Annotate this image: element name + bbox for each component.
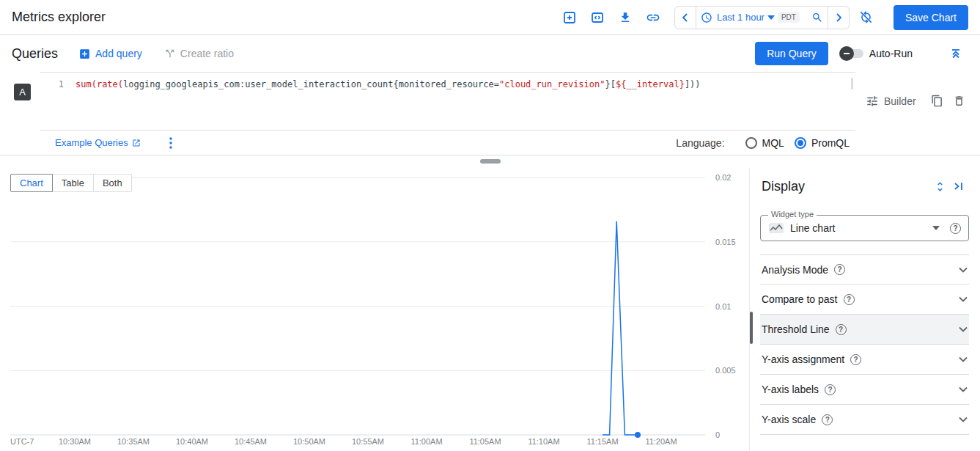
create-ratio-icon [164,48,176,59]
time-forward-button[interactable] [828,7,849,29]
help-icon[interactable] [850,354,861,365]
add-query-button[interactable]: Add query [78,48,142,60]
widget-type-select[interactable]: Widget type Line chart [760,215,969,241]
widget-type-help-icon[interactable] [950,223,961,234]
radio-mql[interactable]: MQL [745,137,784,149]
help-icon[interactable] [844,294,855,305]
scrollbar-thumb[interactable] [750,312,753,344]
builder-label: Builder [884,95,916,107]
line-number: 1 [51,79,64,130]
line-chart[interactable]: 00.0050.010.0150.02UTC-710:30AM10:35AM10… [0,168,743,451]
expand-all-button[interactable] [930,177,949,196]
time-range-dropdown[interactable]: Last 1 hour PDT [696,7,807,29]
collapse-queries-button[interactable] [945,43,967,65]
add-query-label: Add query [95,48,142,59]
radio-promql-icon [795,137,806,149]
series-line [603,221,638,435]
builder-button[interactable]: Builder [866,95,916,108]
chevron-down-icon [959,267,968,273]
x-tick-label: 10:40AM [176,437,208,446]
auto-run-label: Auto-Run [869,48,913,59]
copy-icon [931,95,943,107]
section-threshold-line[interactable]: Threshold Line [760,315,969,345]
toggle-knob [839,46,854,61]
view-tabs: Chart Table Both [10,174,132,192]
unfold-more-icon [934,180,946,193]
embed-chart-button[interactable] [586,7,608,29]
run-query-button[interactable]: Run Query [755,42,828,65]
language-label: Language: [676,137,724,149]
section-y-axis-labels[interactable]: Y-axis labels [760,375,969,405]
help-icon[interactable] [834,264,845,275]
code-token: }[ [605,79,616,89]
tab-both[interactable]: Both [93,174,132,192]
embed-chart-icon [591,11,604,24]
section-compare-to-past[interactable]: Compare to past [760,285,969,315]
collapse-panel-button[interactable] [949,177,968,196]
x-tick-label: 10:45AM [235,437,267,446]
chevron-down-icon [959,326,968,332]
add-to-dashboard-icon [563,11,576,24]
delete-query-button[interactable] [948,90,970,112]
chevron-down-icon [959,417,968,422]
radio-mql-icon [745,137,757,149]
chart-pane: 00.0050.010.0150.02UTC-710:30AM10:35AM10… [0,168,743,451]
x-tick-label: 10:30AM [59,437,91,446]
query-menu-button[interactable] [160,132,182,154]
pane-resize-handle[interactable] [480,159,501,164]
x-tick-label: 10:35AM [117,437,150,446]
time-range-control: Last 1 hour PDT [674,6,850,29]
widget-type-value: Line chart [790,222,835,234]
example-queries-label: Example Queries [55,137,128,148]
query-editor: 1 sum(rate(logging_googleapis_com:user_m… [40,72,855,155]
page-title: Metrics explorer [12,10,106,25]
code-editor-area[interactable]: 1 sum(rate(logging_googleapis_com:user_m… [40,73,855,131]
auto-run-toggle[interactable] [841,49,863,58]
create-ratio-button[interactable]: Create ratio [164,48,234,59]
tab-table[interactable]: Table [52,174,94,192]
help-icon[interactable] [836,324,847,335]
y-tick-label: 0.005 [715,366,736,375]
section-y-axis-assignment[interactable]: Y-axis assignment [760,345,969,375]
help-icon[interactable] [822,414,833,425]
section-label: Compare to past [762,293,838,305]
section-analysis-mode[interactable]: Analysis Mode [760,254,969,285]
code-token: ${__interval} [616,79,685,89]
radio-mql-label: MQL [762,137,784,149]
y-tick-label: 0.015 [715,238,736,246]
radio-promql[interactable]: PromQL [795,137,850,149]
time-back-button[interactable] [675,7,696,29]
editor-footer: Example Queries Language: MQL PromQL [40,131,855,155]
zoom-chart-button[interactable] [807,7,828,29]
create-ratio-label: Create ratio [180,48,234,59]
kebab-menu-icon [169,137,172,149]
series-end-dot[interactable] [635,432,641,438]
radio-promql-label: PromQL [811,137,850,149]
tab-chart[interactable]: Chart [10,174,53,192]
section-y-axis-scale[interactable]: Y-axis scale [760,405,969,435]
editor-scrollbar[interactable] [851,78,853,89]
example-queries-link[interactable]: Example Queries [55,137,141,148]
caret-down-icon [767,15,775,20]
display-sections: Analysis Mode Compare to past Threshold … [760,254,969,435]
add-to-dashboard-button[interactable] [559,7,581,29]
download-button[interactable] [614,7,636,29]
section-label: Threshold Line [762,323,830,335]
auto-refresh-off-button[interactable] [855,7,877,29]
x-tick-label: 10:50AM [293,437,325,446]
duplicate-query-button[interactable] [926,90,948,112]
copy-link-button[interactable] [642,7,664,29]
link-icon [646,10,660,25]
display-header: Display [750,168,980,196]
query-code-line[interactable]: sum(rate(logging_googleapis_com:user_mod… [75,79,701,130]
help-icon[interactable] [825,384,836,395]
save-chart-button[interactable]: Save Chart [894,5,968,30]
collapse-up-icon [950,48,962,59]
code-token: rate( [97,79,123,89]
display-title: Display [762,179,805,194]
y-tick-label: 0 [715,430,720,439]
clock-icon [701,12,712,23]
chevron-down-icon [959,356,968,362]
open-in-new-icon [132,139,141,147]
chevron-down-icon [959,296,968,302]
